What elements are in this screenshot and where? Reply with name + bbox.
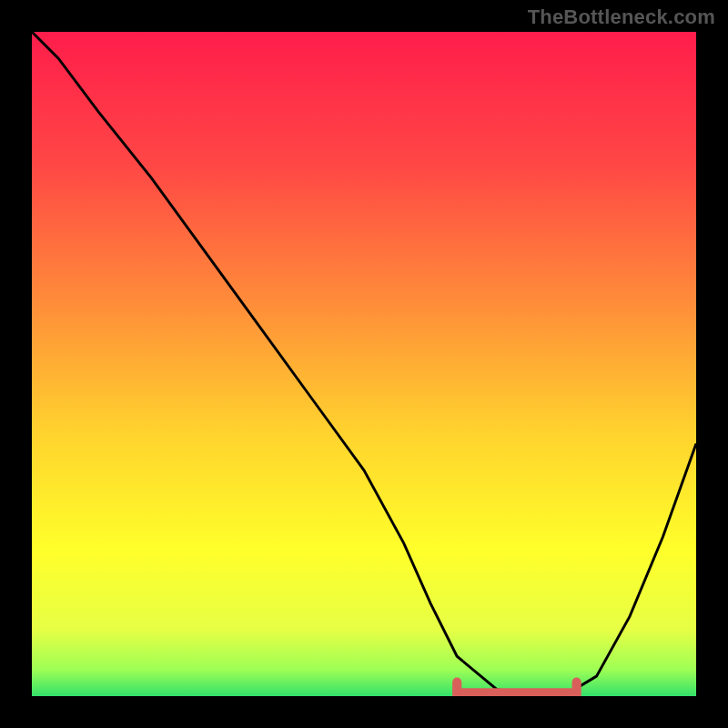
plot-area <box>32 32 696 696</box>
watermark-text: TheBottleneck.com <box>528 5 715 29</box>
chart-stage: TheBottleneck.com <box>0 0 728 728</box>
curve-path <box>32 32 696 696</box>
bottleneck-curve <box>32 32 696 696</box>
flat-region-marker <box>457 682 576 693</box>
